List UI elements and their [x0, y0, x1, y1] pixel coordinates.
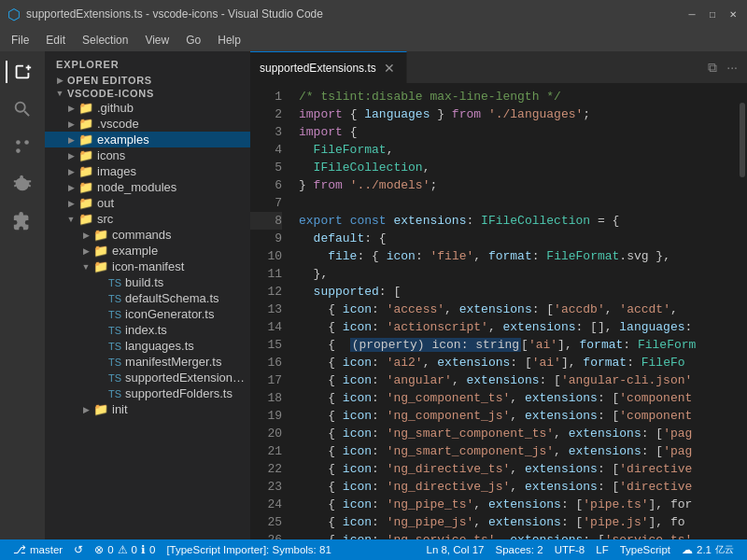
tab-close-button[interactable]: ✕ — [382, 61, 397, 76]
section-open-editors[interactable]: ▶ OPEN EDITORS — [45, 74, 250, 87]
sync-button[interactable]: ↺ — [68, 539, 89, 560]
menu-selection[interactable]: Selection — [75, 32, 135, 49]
warning-num: 0 — [132, 544, 137, 555]
close-button[interactable]: ✕ — [726, 7, 740, 21]
tree-example[interactable]: ▶ 📁 example — [45, 243, 250, 259]
menubar: File Edit Selection View Go Help — [0, 28, 747, 51]
label-commands: commands — [112, 228, 250, 242]
title-text: supportedExtensions.ts - vscode-icons - … — [26, 7, 680, 21]
label-languages: languages.ts — [125, 339, 250, 353]
menu-view[interactable]: View — [137, 32, 176, 49]
tree-languages[interactable]: ▶ TS languages.ts — [45, 338, 250, 354]
activity-git[interactable] — [6, 130, 39, 163]
language-mode[interactable]: TypeScript — [614, 539, 676, 560]
arrow-images: ▶ — [63, 167, 78, 176]
arrow-open-editors: ▶ — [52, 76, 67, 85]
scrollbar-thumb[interactable] — [740, 103, 745, 177]
label-icongenerator: iconGenerator.ts — [125, 307, 250, 321]
info-icon: ℹ — [141, 543, 146, 556]
git-branch[interactable]: ⎇ master — [7, 539, 68, 560]
error-num: 0 — [107, 544, 113, 555]
error-count[interactable]: ⊗ 0 ⚠ 0 ℹ 0 — [89, 539, 161, 560]
tree-supportedfolders[interactable]: ▶ TS supportedFolders.ts — [45, 385, 250, 401]
label-supportedextensions: supportedExtensions.ts — [125, 371, 250, 385]
activity-explorer[interactable] — [6, 55, 39, 89]
split-editor-button[interactable]: ⧉ — [706, 58, 719, 77]
arrow-github: ▶ — [63, 104, 78, 113]
arrow-vscode: ▶ — [63, 119, 78, 129]
sync-icon: ↺ — [74, 543, 83, 556]
line-ending[interactable]: LF — [590, 539, 613, 560]
tree-init[interactable]: ▶ 📁 init — [45, 401, 250, 417]
tree-out[interactable]: ▶ 📁 out — [45, 195, 250, 211]
tab-bar: supportedExtensions.ts ✕ ⧉ ··· — [250, 51, 747, 84]
main-layout: EXPLORER ▶ OPEN EDITORS ▼ VSCODE-ICONS ▶… — [0, 51, 747, 539]
arrow-src: ▼ — [63, 215, 78, 224]
tree-defaultschema[interactable]: ▶ TS defaultSchema.ts — [45, 290, 250, 306]
line-ending-text: LF — [596, 544, 608, 555]
label-examples: examples — [97, 133, 250, 147]
titlebar: ⬡ supportedExtensions.ts - vscode-icons … — [0, 0, 747, 28]
activity-search[interactable] — [6, 92, 39, 126]
cloud-icon: ☁ — [682, 543, 693, 556]
status-right: Ln 8, Col 17 Spaces: 2 UTF-8 LF TypeScri… — [420, 539, 740, 560]
importer-status[interactable]: [TypeScript Importer]: Symbols: 81 — [161, 539, 336, 560]
tree-src[interactable]: ▼ 📁 src — [45, 211, 250, 227]
label-node-modules: node_modules — [97, 180, 250, 194]
editor-area: supportedExtensions.ts ✕ ⧉ ··· 1 2 3 4 5… — [250, 51, 747, 539]
more-button[interactable]: ··· — [725, 58, 740, 77]
tree-vscode[interactable]: ▶ 📁 .vscode — [45, 116, 250, 132]
label-vscode: .vscode — [97, 117, 250, 131]
label-icons: icons — [97, 148, 250, 162]
encoding-text: UTF-8 — [555, 544, 585, 555]
tree-github[interactable]: ▶ 📁 .github — [45, 100, 250, 116]
warning-icon: ⚠ — [118, 543, 128, 556]
tree-icons[interactable]: ▶ 📁 icons — [45, 147, 250, 163]
code-content[interactable]: /* tslint:disable max-line-length */ imp… — [288, 84, 738, 539]
explorer-header: EXPLORER — [45, 51, 250, 74]
git-branch-name: master — [30, 544, 63, 555]
svg-point-1 — [24, 140, 29, 145]
svg-point-0 — [16, 140, 21, 145]
minimize-button[interactable]: ─ — [685, 7, 698, 21]
activity-extensions[interactable] — [6, 204, 39, 238]
menu-help[interactable]: Help — [210, 32, 248, 49]
svg-point-2 — [16, 148, 21, 153]
tree-supportedextensions[interactable]: ▶ TS supportedExtensions.ts — [45, 370, 250, 385]
label-build: build.ts — [125, 275, 250, 289]
editor-tab-active[interactable]: supportedExtensions.ts ✕ — [250, 51, 407, 83]
label-out: out — [97, 196, 250, 210]
menu-go[interactable]: Go — [178, 32, 208, 49]
feedback[interactable]: ☁ 2.1 亿云 — [676, 539, 740, 560]
cursor-position[interactable]: Ln 8, Col 17 — [420, 539, 489, 560]
label-icon-manifest: icon-manifest — [112, 259, 250, 273]
tree-build[interactable]: ▶ TS build.ts — [45, 274, 250, 290]
section-vscode-icons[interactable]: ▼ VSCODE-ICONS — [45, 87, 250, 100]
activity-debug[interactable] — [6, 167, 39, 201]
menu-file[interactable]: File — [4, 32, 36, 49]
menu-edit[interactable]: Edit — [38, 32, 73, 49]
sidebar: EXPLORER ▶ OPEN EDITORS ▼ VSCODE-ICONS ▶… — [45, 51, 250, 539]
maximize-button[interactable]: □ — [706, 7, 719, 21]
tree-icon-manifest[interactable]: ▼ 📁 icon-manifest — [45, 259, 250, 274]
feedback-text: 2.1 — [697, 544, 712, 555]
arrow-icons: ▶ — [63, 151, 78, 161]
tree-images[interactable]: ▶ 📁 images — [45, 163, 250, 179]
info-num: 0 — [149, 544, 155, 555]
tree-examples[interactable]: ▶ 📁 examples — [45, 132, 250, 147]
tree-manifestmerger[interactable]: ▶ TS manifestMerger.ts — [45, 354, 250, 370]
position-text: Ln 8, Col 17 — [426, 544, 484, 555]
tree-index[interactable]: ▶ TS index.ts — [45, 322, 250, 338]
tree-icongenerator[interactable]: ▶ TS iconGenerator.ts — [45, 306, 250, 322]
label-images: images — [97, 164, 250, 178]
indentation[interactable]: Spaces: 2 — [490, 539, 549, 560]
arrow-commands: ▶ — [78, 231, 93, 240]
tree-node-modules[interactable]: ▶ 📁 node_modules — [45, 179, 250, 195]
encoding[interactable]: UTF-8 — [549, 539, 591, 560]
label-src: src — [97, 212, 250, 226]
tree-commands[interactable]: ▶ 📁 commands — [45, 227, 250, 243]
window-controls: ─ □ ✕ — [685, 7, 740, 21]
scrollbar[interactable] — [738, 84, 747, 539]
arrow-icon-manifest: ▼ — [78, 262, 93, 272]
code-editor[interactable]: 1 2 3 4 5 6 7 8 9 10 11 12 13 14 15 16 1… — [250, 84, 747, 539]
